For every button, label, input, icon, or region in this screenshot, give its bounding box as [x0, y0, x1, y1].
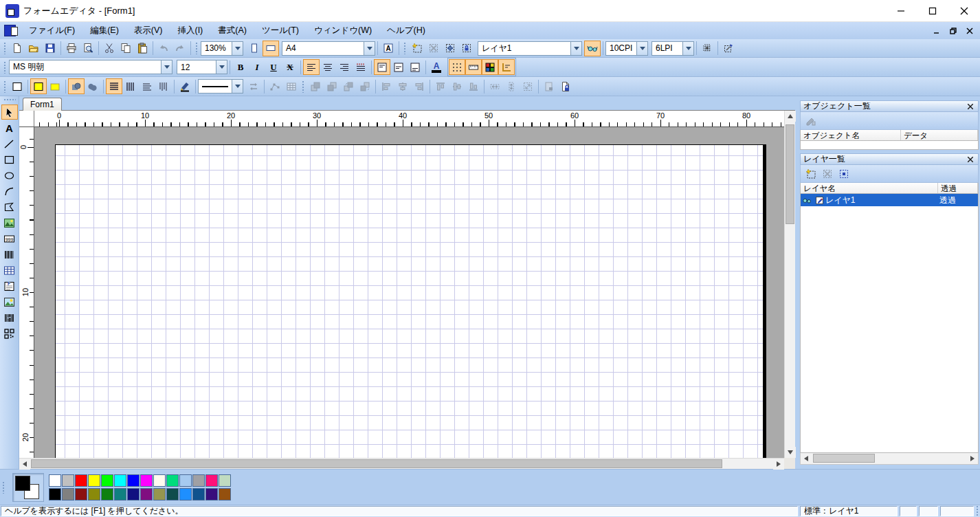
convert-button[interactable] — [720, 41, 737, 56]
color-swatch[interactable] — [88, 488, 100, 500]
shape-fill-button[interactable] — [68, 78, 85, 94]
select-tool[interactable] — [1, 104, 18, 120]
align-right-button[interactable] — [336, 59, 353, 75]
menu-format[interactable]: 書式(A) — [210, 23, 254, 38]
toggle-grid-button[interactable] — [449, 59, 465, 75]
color-swatch[interactable] — [127, 488, 140, 500]
cut-button[interactable] — [101, 41, 118, 56]
barcode-tool[interactable] — [1, 247, 18, 262]
page-lock-button[interactable] — [557, 78, 574, 94]
color-swatch[interactable] — [140, 488, 153, 500]
color-swatch[interactable] — [101, 488, 113, 500]
layer-row[interactable]: レイヤ1 透過 — [801, 194, 978, 206]
font-select[interactable]: MS 明朝 — [9, 60, 172, 74]
same-height-button[interactable] — [503, 78, 520, 94]
chevron-down-icon[interactable] — [682, 42, 693, 55]
italic-button[interactable]: I — [249, 59, 265, 75]
align-objects-bottom-button[interactable] — [465, 78, 482, 94]
grid-snap-button[interactable] — [699, 41, 715, 56]
color-swatch[interactable] — [101, 474, 113, 487]
mdi-restore-button[interactable] — [947, 25, 959, 37]
number-tool[interactable]: 999 — [1, 231, 18, 246]
line-arrow-button[interactable] — [245, 78, 262, 94]
color-swatch[interactable] — [192, 474, 205, 487]
line-tool[interactable] — [1, 136, 18, 151]
same-size-button[interactable] — [520, 78, 536, 94]
color-swatch[interactable] — [62, 474, 74, 487]
save-button[interactable] — [42, 41, 58, 56]
toolbar-grip[interactable] — [403, 42, 407, 54]
node-edit-button[interactable] — [267, 78, 283, 94]
shape-button[interactable] — [85, 78, 101, 94]
mdi-minimize-button[interactable] — [931, 25, 943, 37]
image-tool[interactable] — [1, 215, 18, 230]
form-viewport[interactable] — [34, 127, 784, 458]
align-center-button[interactable] — [320, 59, 336, 75]
color-swatch[interactable] — [192, 488, 205, 500]
object-list-body[interactable] — [800, 141, 979, 150]
valign-bottom-button[interactable] — [407, 59, 423, 75]
chevron-down-icon[interactable] — [216, 60, 227, 74]
color-swatch[interactable] — [166, 488, 179, 500]
scroll-down-arrow[interactable] — [785, 447, 796, 458]
close-icon[interactable] — [966, 155, 975, 164]
edit-icon[interactable] — [813, 196, 825, 205]
document-icon[interactable] — [4, 25, 16, 36]
polygon-tool[interactable] — [1, 199, 18, 214]
scroll-left-arrow[interactable] — [19, 459, 30, 470]
column-layer-transparency[interactable]: 透過 — [938, 183, 978, 193]
assign-data-button[interactable] — [803, 113, 819, 129]
new-object-button[interactable] — [409, 41, 425, 56]
delete-object-button[interactable] — [425, 41, 442, 56]
border-style-button[interactable] — [9, 78, 25, 94]
align-objects-left-button[interactable] — [378, 78, 394, 94]
text-frame-button[interactable]: A — [380, 41, 397, 56]
arc-tool[interactable] — [1, 184, 18, 199]
dock-horizontal-scrollbar[interactable] — [800, 453, 979, 465]
color-swatch[interactable] — [153, 474, 166, 487]
font-color-button[interactable]: A — [428, 59, 445, 75]
color-swatch[interactable] — [219, 488, 231, 500]
column-object-name[interactable]: オブジェクト名 — [801, 130, 901, 140]
font-size-select[interactable]: 12 — [177, 60, 227, 74]
field-tool[interactable]: F — [1, 278, 18, 294]
row-lines2-button[interactable] — [139, 78, 155, 94]
align-objects-center-button[interactable] — [394, 78, 411, 94]
chevron-down-icon[interactable] — [364, 42, 375, 55]
chevron-down-icon[interactable] — [636, 42, 647, 55]
undo-button[interactable] — [155, 41, 172, 56]
align-objects-right-button[interactable] — [411, 78, 427, 94]
menu-insert[interactable]: 挿入(I) — [170, 23, 210, 38]
layer-properties-button[interactable] — [836, 166, 852, 182]
color-swatch[interactable] — [153, 488, 166, 500]
portrait-button[interactable] — [246, 41, 263, 56]
qrcode-tool[interactable] — [1, 326, 18, 341]
scroll-right-arrow[interactable] — [773, 459, 784, 470]
toolbar-grip[interactable] — [3, 80, 7, 93]
lpi-select[interactable]: 6LPI — [652, 41, 694, 56]
color-swatch[interactable] — [88, 474, 100, 487]
underline-button[interactable]: U — [265, 59, 282, 75]
toolbar-grip[interactable] — [3, 42, 7, 54]
bold-button[interactable]: B — [232, 59, 249, 75]
fg-bg-selector[interactable] — [12, 473, 44, 502]
resize-grip[interactable] — [976, 506, 979, 516]
same-width-button[interactable] — [487, 78, 503, 94]
cpi-select[interactable]: 10CPI — [605, 41, 648, 56]
visibility-icon[interactable] — [801, 195, 813, 205]
color-swatch[interactable] — [49, 474, 61, 487]
align-objects-middle-button[interactable] — [449, 78, 465, 94]
chevron-down-icon[interactable] — [570, 42, 581, 55]
delete-layer-button[interactable] — [819, 166, 836, 182]
menu-window[interactable]: ウィンドウ(W) — [307, 23, 379, 38]
menu-edit[interactable]: 編集(E) — [82, 23, 126, 38]
color-swatch[interactable] — [75, 488, 87, 500]
vertical-scroll-thumb[interactable] — [786, 124, 794, 224]
color-swatch[interactable] — [166, 474, 179, 487]
table-edit-button[interactable] — [283, 78, 300, 94]
paper-size-select[interactable]: A4 — [282, 41, 375, 56]
chevron-down-icon[interactable] — [232, 80, 243, 93]
vertical-scrollbar[interactable] — [784, 111, 795, 458]
toolbar-grip[interactable] — [2, 481, 5, 494]
column-object-data[interactable]: データ — [901, 130, 978, 140]
